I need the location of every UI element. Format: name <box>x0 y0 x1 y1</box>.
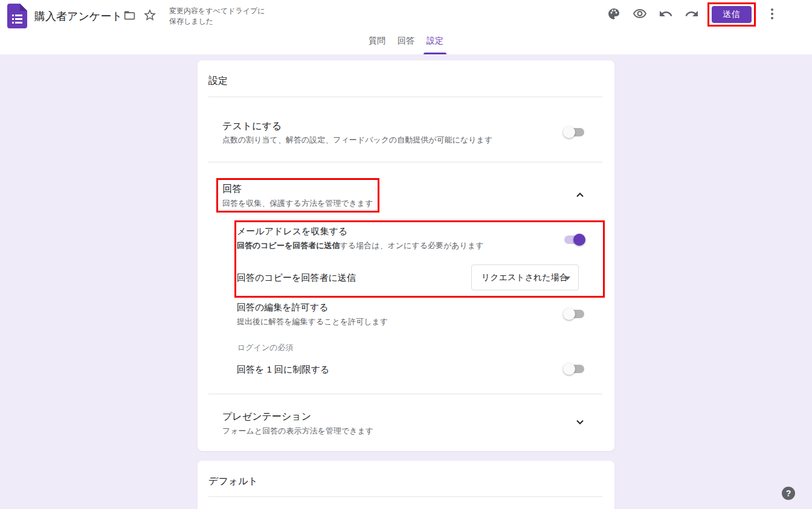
toggle-thumb <box>563 363 575 375</box>
allow-edit-toggle[interactable] <box>563 308 585 320</box>
save-status-line1: 変更内容をすべてドライブに <box>169 6 265 16</box>
save-status[interactable]: 変更内容をすべてドライブに 保存しました <box>169 6 265 27</box>
dropdown-caret-icon <box>564 277 570 280</box>
more-options-kebab-icon[interactable] <box>765 7 779 21</box>
responses-section-subtitle: 回答を収集、保護する方法を管理できます <box>222 198 373 209</box>
limit-one-response-toggle[interactable] <box>563 363 585 375</box>
allow-edit-subtitle: 提出後に解答を編集することを許可します <box>237 316 388 327</box>
chevron-up-icon[interactable] <box>573 188 587 202</box>
redo-icon[interactable] <box>685 7 699 21</box>
limit-one-response-title[interactable]: 回答を 1 回に制限する <box>237 364 329 376</box>
send-copy-label: 回答のコピーを回答者に送信 <box>237 272 356 284</box>
divider <box>208 496 602 497</box>
make-quiz-title[interactable]: テストにする <box>222 120 282 133</box>
toggle-thumb <box>563 126 575 138</box>
make-quiz-toggle[interactable] <box>563 126 585 138</box>
make-quiz-subtitle: 点数の割り当て、解答の設定、フィードバックの自動提供が可能になります <box>222 135 492 146</box>
google-forms-logo-icon[interactable] <box>7 4 27 28</box>
tab-bar: 質問 回答 設定 <box>0 30 812 54</box>
move-to-folder-icon[interactable] <box>123 9 136 22</box>
settings-card-title: 設定 <box>208 75 228 88</box>
tab-settings[interactable]: 設定 <box>420 30 450 54</box>
login-required-label: ログインの必須 <box>237 342 294 353</box>
presentation-section-subtitle: フォームと回答の表示方法を管理できます <box>222 426 373 437</box>
chevron-down-icon[interactable] <box>573 415 587 429</box>
presentation-section-title[interactable]: プレゼンテーション <box>222 411 311 423</box>
undo-icon[interactable] <box>659 7 673 21</box>
collect-email-toggle[interactable] <box>563 234 585 246</box>
divider <box>208 162 602 162</box>
send-copy-dropdown[interactable]: リクエストされた場合 <box>471 264 579 290</box>
allow-edit-title[interactable]: 回答の編集を許可する <box>237 302 328 313</box>
theme-palette-icon[interactable] <box>607 7 621 21</box>
settings-card: 設定 テストにする 点数の割り当て、解答の設定、フィードバックの自動提供が可能に… <box>198 60 614 451</box>
save-status-line2: 保存しました <box>169 16 265 27</box>
defaults-card-title: デフォルト <box>208 475 258 488</box>
tab-questions[interactable]: 質問 <box>362 30 392 54</box>
send-copy-dropdown-value: リクエストされた場合 <box>472 272 568 283</box>
toggle-thumb <box>563 308 575 320</box>
send-button[interactable]: 送信 <box>712 6 752 23</box>
form-title[interactable]: 購入者アンケート <box>34 9 123 24</box>
tab-responses[interactable]: 回答 <box>392 30 420 54</box>
preview-eye-icon[interactable] <box>633 7 647 21</box>
star-icon[interactable] <box>143 8 157 22</box>
divider <box>208 394 602 394</box>
defaults-card: デフォルト <box>198 461 614 509</box>
top-app-bar: 購入者アンケート 変更内容をすべてドライブに 保存しました 送信 質問 回答 設… <box>0 0 812 54</box>
help-icon[interactable]: ? <box>782 487 795 500</box>
collect-email-subtitle-bold: 回答のコピーを回答者に送信 <box>237 241 340 250</box>
responses-section-title[interactable]: 回答 <box>222 183 242 196</box>
divider <box>208 97 602 97</box>
collect-email-title[interactable]: メールアドレスを収集する <box>237 226 347 237</box>
toggle-thumb <box>573 234 585 246</box>
collect-email-subtitle: 回答のコピーを回答者に送信する場合は、オンにする必要があります <box>237 240 484 251</box>
collect-email-subtitle-rest: する場合は、オンにする必要があります <box>340 241 484 250</box>
